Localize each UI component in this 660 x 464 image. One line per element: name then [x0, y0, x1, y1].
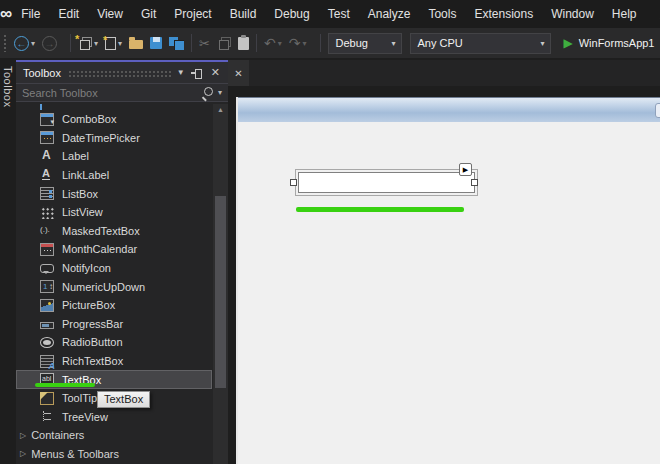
undo-icon[interactable]: ↶	[264, 36, 276, 50]
navigate-back-icon[interactable]: ←	[14, 36, 29, 51]
toolbox-item-radiobutton[interactable]: RadioButton	[16, 333, 212, 352]
toolbox-item-combobox[interactable]: ComboBox	[16, 110, 212, 129]
toolbox-item-label[interactable]: Label	[16, 147, 212, 166]
scrollbar-thumb[interactable]	[215, 196, 226, 388]
toolbox-side-tab[interactable]: Toolbox	[2, 66, 14, 107]
textbox-control[interactable]	[298, 172, 475, 193]
toolbox-item-datetimepicker[interactable]: DateTimePicker	[16, 129, 212, 148]
tooltip-icon	[40, 392, 54, 405]
menu-build[interactable]: Build	[221, 0, 266, 28]
toolbar-grip[interactable]	[3, 34, 8, 52]
numericupdown-icon	[40, 280, 54, 293]
progressbar-icon	[40, 322, 54, 329]
toolbox-item-numericupdown[interactable]: NumericUpDown	[16, 277, 212, 296]
toolbox-item-picturebox[interactable]: PictureBox	[16, 296, 212, 315]
menu-debug[interactable]: Debug	[265, 0, 318, 28]
toolbox-item-monthcalendar[interactable]: MonthCalendar	[16, 240, 212, 259]
linklabel-icon	[40, 169, 54, 182]
menu-edit[interactable]: Edit	[49, 0, 88, 28]
document-tab[interactable]	[228, 60, 249, 86]
navigate-forward-icon[interactable]: →	[42, 36, 57, 51]
chevron-down-icon: ▾	[391, 39, 395, 48]
toolbox-item-label: ProgressBar	[62, 318, 123, 330]
drag-highlight-toolbox	[35, 383, 95, 387]
menu-project[interactable]: Project	[165, 0, 220, 28]
new-project-icon[interactable]: *	[78, 37, 92, 50]
save-all-icon[interactable]	[169, 37, 184, 50]
toolbox-item-label: MaskedTextBox	[62, 225, 140, 237]
save-icon[interactable]	[150, 37, 162, 49]
radiobutton-icon	[40, 337, 54, 348]
form-titlebar	[238, 97, 660, 122]
solution-platform-dropdown[interactable]: Any CPU ▾	[410, 33, 551, 54]
window-position-chevron-icon[interactable]: ▼	[171, 68, 191, 77]
scrollbar-up-icon[interactable]: ▲	[213, 106, 228, 113]
search-placeholder: Search Toolbox	[22, 87, 201, 99]
open-folder-icon[interactable]	[129, 40, 143, 49]
toolbox-item-progressbar[interactable]: ProgressBar	[16, 315, 212, 334]
menu-test[interactable]: Test	[319, 0, 359, 28]
close-icon[interactable]	[208, 66, 223, 79]
toolbox-item-label: NumericUpDown	[62, 281, 145, 293]
new-file-icon[interactable]: *	[105, 37, 116, 50]
menu-file[interactable]: File	[12, 0, 49, 28]
solution-configuration-dropdown[interactable]: Debug ▾	[328, 33, 402, 54]
menu-help[interactable]: Help	[603, 0, 646, 28]
navigate-back-dropdown-icon[interactable]: ▾	[31, 39, 35, 48]
menu-window[interactable]: Window	[542, 0, 603, 28]
menu-git[interactable]: Git	[132, 0, 165, 28]
run-icon: ▶	[563, 36, 572, 50]
toolbox-section-menus-toolbars[interactable]: ▷Menus & Toolbars	[16, 445, 212, 464]
paste-icon[interactable]	[238, 37, 249, 50]
toolbox-section-label: Containers	[31, 429, 84, 441]
menu-tools[interactable]: Tools	[419, 0, 465, 28]
menu-view[interactable]: View	[88, 0, 132, 28]
toolbar-separator	[70, 34, 71, 52]
toolbox-item-treeview[interactable]: TreeView	[16, 408, 212, 427]
toolbox-item-maskedtextbox[interactable]: MaskedTextBox	[16, 222, 212, 241]
toolbox-item-label: TreeView	[62, 411, 108, 423]
smart-tag-button[interactable]: ▶	[459, 163, 472, 176]
visual-studio-logo-icon: ∞	[0, 1, 12, 27]
search-icon[interactable]	[201, 86, 214, 99]
toolbox-panel: Toolbox ▼ Search Toolbox ▾ ComboBoxDateT…	[16, 60, 228, 464]
toolbox-item-notifyicon[interactable]: NotifyIcon	[16, 259, 212, 278]
monthcalendar-icon	[40, 243, 54, 256]
design-form[interactable]: ▶	[236, 97, 660, 464]
drag-highlight-canvas	[296, 207, 464, 212]
redo-icon[interactable]: ↷	[289, 36, 301, 50]
cut-icon[interactable]: ✂	[199, 36, 210, 51]
new-project-dropdown-icon[interactable]: ▾	[94, 39, 98, 48]
toolbox-list: ComboBoxDateTimePickerLabelLinkLabelList…	[16, 104, 212, 464]
toolbox-search-input[interactable]: Search Toolbox ▾	[16, 83, 228, 102]
toolbox-item-listview[interactable]: ListView	[16, 203, 212, 222]
copy-icon[interactable]	[217, 37, 231, 50]
toolbox-item-label: DateTimePicker	[62, 132, 140, 144]
undo-dropdown-icon[interactable]: ▾	[278, 39, 282, 48]
start-debugging-button[interactable]: ▶ WinFormsApp1	[563, 36, 654, 50]
menu-analyze[interactable]: Analyze	[359, 0, 420, 28]
menu-bar: ∞ FileEditViewGitProjectBuildDebugTestAn…	[0, 0, 660, 28]
toolbox-titlebar[interactable]: Toolbox ▼	[16, 62, 228, 83]
toolbox-item-listbox[interactable]: ListBox	[16, 184, 212, 203]
new-file-dropdown-icon[interactable]: ▾	[118, 39, 122, 48]
side-tab-strip: Toolbox	[0, 58, 16, 464]
pin-icon[interactable]	[191, 67, 204, 79]
combobox-icon	[40, 113, 54, 126]
listbox-icon	[40, 187, 54, 200]
toolbox-section-containers[interactable]: ▷Containers	[16, 426, 212, 445]
toolbox-scrollbar[interactable]: ▲	[213, 104, 228, 464]
resize-handle-right[interactable]	[471, 179, 478, 186]
toolbox-item-label: ListBox	[62, 188, 98, 200]
chevron-down-icon[interactable]: ▾	[218, 88, 222, 97]
redo-dropdown-icon[interactable]: ▾	[302, 39, 306, 48]
toolbox-item-richtextbox[interactable]: RichTextBox	[16, 352, 212, 371]
label-icon	[40, 150, 54, 163]
menu-extensions[interactable]: Extensions	[465, 0, 542, 28]
resize-handle-left[interactable]	[290, 179, 297, 186]
close-icon[interactable]	[231, 68, 245, 79]
platform-value: Any CPU	[417, 37, 532, 49]
sparkle-icon: *	[103, 34, 107, 46]
toolbox-item-linklabel[interactable]: LinkLabel	[16, 166, 212, 185]
clipped-icon	[40, 104, 42, 110]
